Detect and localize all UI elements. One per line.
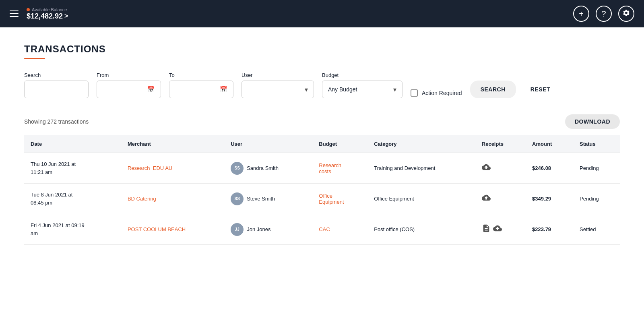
cell-category: Post office (COS) xyxy=(367,214,475,245)
cell-amount: $246.08 xyxy=(526,153,573,184)
budget-dropdown-arrow-icon: ▾ xyxy=(393,86,396,93)
avatar: SS xyxy=(231,162,244,175)
calendar-icon: 📅 xyxy=(147,86,155,93)
budget-filter: Budget Any Budget ▾ xyxy=(322,72,402,98)
action-required-checkbox[interactable] xyxy=(411,89,418,97)
table-header: Date Merchant User Budget Category Recei… xyxy=(24,135,620,153)
cell-budget[interactable]: CAC xyxy=(312,214,367,245)
merchant-link[interactable]: Research_EDU AU xyxy=(128,165,172,171)
action-required-label: Action Required xyxy=(422,90,462,96)
balance-label: Available Balance xyxy=(27,7,68,12)
budget-label: Budget xyxy=(322,72,402,78)
user-name: Sandra Smith xyxy=(247,165,279,171)
upload-receipt-icon[interactable] xyxy=(482,163,491,174)
user-dropdown-arrow-icon: ▾ xyxy=(305,86,308,93)
cell-budget[interactable]: Office Equipment xyxy=(312,184,367,214)
transactions-table: Date Merchant User Budget Category Recei… xyxy=(24,135,620,245)
table-row: Thu 10 Jun 2021 at 11:21 amResearch_EDU … xyxy=(24,153,620,184)
user-name: Jon Jones xyxy=(247,226,270,232)
download-button[interactable]: DOWNLOAD xyxy=(565,114,620,129)
table-row: Tue 8 Jun 2021 at 08:45 pmBD CateringSSS… xyxy=(24,184,620,214)
add-icon: + xyxy=(579,9,584,19)
cell-merchant[interactable]: BD Catering xyxy=(121,184,224,214)
balance-dot xyxy=(27,8,30,11)
upload-receipt-icon[interactable] xyxy=(493,224,502,235)
search-label: Search xyxy=(24,72,89,78)
page-title: TRANSACTIONS xyxy=(24,43,620,55)
budget-link[interactable]: CAC xyxy=(319,226,330,232)
to-date-wrapper[interactable]: 📅 xyxy=(169,81,233,98)
search-button[interactable]: SEARCH xyxy=(470,81,516,98)
help-button[interactable]: ? xyxy=(596,6,612,22)
filters-row: Search From 📅 To 📅 User ▾ Budg xyxy=(24,72,620,98)
avatar: JJ xyxy=(231,223,244,236)
title-underline xyxy=(24,58,45,59)
cell-date: Tue 8 Jun 2021 at 08:45 pm xyxy=(24,184,121,214)
action-required-group: Action Required xyxy=(411,89,462,98)
to-date-input[interactable] xyxy=(175,86,215,93)
help-icon: ? xyxy=(601,9,606,19)
table-row: Fri 4 Jun 2021 at 09:19 amPOST COOLUM BE… xyxy=(24,214,620,245)
merchant-link[interactable]: BD Catering xyxy=(128,196,156,202)
cell-merchant[interactable]: Research_EDU AU xyxy=(121,153,224,184)
cell-user: SSSandra Smith xyxy=(224,153,312,184)
col-budget: Budget xyxy=(312,135,367,153)
col-amount: Amount xyxy=(526,135,573,153)
col-merchant: Merchant xyxy=(121,135,224,153)
col-category: Category xyxy=(367,135,475,153)
from-filter: From 📅 xyxy=(97,72,161,98)
user-label: User xyxy=(242,72,314,78)
avatar: SS xyxy=(231,192,244,205)
cell-status: Settled xyxy=(573,214,620,245)
user-name: Steve Smith xyxy=(247,196,275,202)
budget-link[interactable]: Research costs xyxy=(319,162,341,174)
search-input[interactable] xyxy=(24,81,89,98)
from-label: From xyxy=(97,72,161,78)
cell-receipts xyxy=(475,184,526,214)
showing-text: Showing 272 transactions xyxy=(24,118,89,125)
cell-date: Thu 10 Jun 2021 at 11:21 am xyxy=(24,153,121,184)
to-calendar-icon: 📅 xyxy=(220,86,227,93)
upload-receipt-icon[interactable] xyxy=(482,193,491,204)
col-status: Status xyxy=(573,135,620,153)
search-filter: Search xyxy=(24,72,89,98)
add-button[interactable]: + xyxy=(573,6,589,22)
settings-button[interactable] xyxy=(618,6,634,22)
from-date-wrapper[interactable]: 📅 xyxy=(97,81,161,98)
budget-link[interactable]: Office Equipment xyxy=(319,193,344,205)
user-select[interactable]: ▾ xyxy=(242,81,314,98)
settings-icon xyxy=(622,9,630,19)
to-label: To xyxy=(169,72,233,78)
balance-arrow-icon: > xyxy=(64,12,68,20)
cell-budget[interactable]: Research costs xyxy=(312,153,367,184)
cell-merchant[interactable]: POST COOLUM BEACH xyxy=(121,214,224,245)
menu-icon[interactable] xyxy=(10,10,19,17)
cell-amount: $349.29 xyxy=(526,184,573,214)
budget-select-text: Any Budget xyxy=(328,86,357,93)
cell-user: SSSteve Smith xyxy=(224,184,312,214)
cell-status: Pending xyxy=(573,184,620,214)
to-filter: To 📅 xyxy=(169,72,233,98)
cell-user: JJJon Jones xyxy=(224,214,312,245)
cell-receipts xyxy=(475,153,526,184)
balance-amount[interactable]: $12,482.92 > xyxy=(27,12,68,21)
from-date-input[interactable] xyxy=(103,86,143,93)
merchant-link[interactable]: POST COOLUM BEACH xyxy=(128,226,186,232)
col-user: User xyxy=(224,135,312,153)
receipt-list-icon[interactable] xyxy=(482,224,491,235)
header-actions: + ? xyxy=(573,6,634,22)
col-date: Date xyxy=(24,135,121,153)
cell-date: Fri 4 Jun 2021 at 09:19 am xyxy=(24,214,121,245)
cell-category: Training and Development xyxy=(367,153,475,184)
table-header-row: Showing 272 transactions DOWNLOAD xyxy=(24,114,620,129)
cell-receipts xyxy=(475,214,526,245)
cell-status: Pending xyxy=(573,153,620,184)
balance-info: Available Balance $12,482.92 > xyxy=(27,7,68,21)
cell-category: Office Equipment xyxy=(367,184,475,214)
budget-select[interactable]: Any Budget ▾ xyxy=(322,81,402,98)
col-receipts: Receipts xyxy=(475,135,526,153)
cell-amount: $223.79 xyxy=(526,214,573,245)
reset-button[interactable]: RESET xyxy=(524,81,557,98)
user-filter: User ▾ xyxy=(242,72,314,98)
